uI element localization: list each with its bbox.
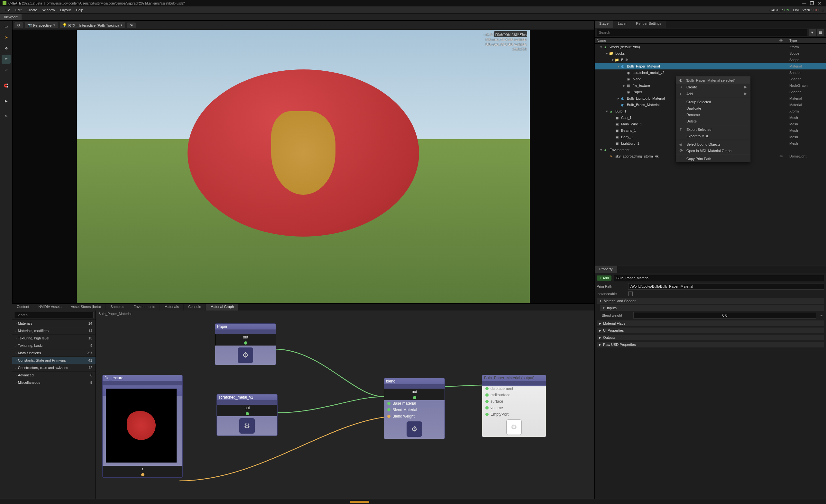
tree-row[interactable]: ▾◐Bulb_Paper_MaterialMaterial	[595, 63, 826, 69]
brush-tool[interactable]: ✎	[2, 112, 11, 121]
close-button[interactable]: ✕	[816, 1, 823, 6]
port-surface[interactable]: surface	[482, 398, 546, 405]
tab-content[interactable]: Content	[12, 304, 34, 311]
section-material-shader[interactable]: ▼Material and Shader	[597, 298, 824, 304]
menu-window[interactable]: Window	[40, 8, 58, 12]
node-blend[interactable]: blend out Base material Blend Material B…	[384, 378, 445, 439]
tree-row[interactable]: ▾📁BulbScope	[595, 57, 826, 63]
matlib-item[interactable]: ›Constructors, c…s and swizzles42	[12, 364, 96, 372]
viewport-settings-button[interactable]: ⚙	[14, 22, 23, 28]
ctxmenu-item[interactable]: ⊕Create▶	[676, 83, 750, 90]
menu-layout[interactable]: Layout	[58, 8, 73, 12]
stage-filter-button[interactable]: ▼	[809, 29, 816, 36]
instanceable-checkbox[interactable]	[628, 292, 633, 296]
tab-samples[interactable]: Samples	[106, 304, 129, 311]
minimize-button[interactable]: —	[800, 1, 808, 6]
matlib-item[interactable]: ›Materials, modifiers14	[12, 327, 96, 335]
camera-dropdown[interactable]: 📷 Perspective ▼	[25, 22, 58, 28]
port-out[interactable]: out	[217, 405, 277, 416]
tree-row[interactable]: ◉scratched_metal_v2Shader	[595, 69, 826, 76]
matlib-item[interactable]: ›Texturing, basic9	[12, 342, 96, 350]
gear-icon[interactable]: ⚙	[238, 348, 253, 363]
ctxmenu-item[interactable]: Duplicate	[676, 105, 750, 112]
tab-environments[interactable]: Environments	[129, 304, 160, 311]
tab-console[interactable]: Console	[184, 304, 205, 311]
port-base-material[interactable]: Base material	[384, 400, 445, 406]
renderer-dropdown[interactable]: 💡 RTX – Interactive (Path Tracing) ▼	[60, 22, 125, 28]
scale-tool[interactable]: ⤢	[2, 66, 11, 75]
ctxmenu-item[interactable]: ◎Select Bound Objects	[676, 141, 750, 147]
maximize-button[interactable]: ❐	[808, 1, 816, 6]
menu-help[interactable]: Help	[73, 8, 86, 12]
material-graph-canvas[interactable]: Bulb_Paper_Material Paper out ⚙ file_te	[96, 311, 594, 499]
node-paper[interactable]: Paper out ⚙	[215, 323, 276, 365]
matlib-search-input[interactable]	[14, 312, 94, 318]
matlib-item[interactable]: ›Texturing, high level13	[12, 335, 96, 342]
visibility-toggle[interactable]: 👁	[127, 22, 136, 28]
add-button[interactable]: +Add	[597, 275, 611, 280]
timeline-marker[interactable]	[350, 501, 369, 503]
port-empty[interactable]: EmptyPort	[482, 411, 546, 418]
tab-materials[interactable]: Materials	[160, 304, 183, 311]
viewport-3d[interactable]: ≡Root Layer▼ : 42.67, Frame time: 23.43 …	[77, 30, 530, 303]
livesync-status[interactable]: LIVE SYNC: OFF ☰	[793, 8, 824, 12]
play-tool[interactable]: ▶	[2, 97, 11, 106]
select-tool[interactable]: ▭	[2, 22, 11, 31]
port-blend-weight[interactable]: Blend weight	[384, 413, 445, 420]
tab-viewport[interactable]: Viewport	[0, 14, 21, 20]
tab-layer[interactable]: Layer	[613, 20, 632, 27]
ctxmenu-item[interactable]: Group Selected	[676, 99, 750, 105]
port-out[interactable]: out	[215, 334, 276, 345]
tab-asset-stores[interactable]: Asset Stores (beta)	[66, 304, 106, 311]
section-outputs[interactable]: ▶Outputs	[597, 335, 824, 340]
context-menu[interactable]: ◐(Bulb_Paper_Material selected) ⊕Create▶…	[676, 76, 751, 162]
ctxmenu-item[interactable]: Copy Prim Path	[676, 155, 750, 162]
graph-breadcrumb[interactable]: Bulb_Paper_Material	[99, 312, 131, 316]
node-file-texture[interactable]: file_texture r	[102, 375, 183, 478]
section-raw-usd[interactable]: ▶Raw USD Properties	[597, 342, 824, 348]
ctxmenu-item[interactable]: Rename	[676, 112, 750, 118]
ctxmenu-item[interactable]: +Add▶	[676, 90, 750, 97]
matlib-item[interactable]: ›Miscellaneous5	[12, 379, 96, 386]
gear-icon[interactable]: ⚙	[407, 421, 422, 437]
blend-weight-field[interactable]: 0.0	[633, 312, 816, 319]
matlib-item[interactable]: ›Materials14	[12, 320, 96, 327]
rotate-tool[interactable]: ⟳	[2, 55, 11, 64]
tab-stage[interactable]: Stage	[595, 20, 613, 27]
node-output[interactable]: Bulb_Paper_Material (output) displacemen…	[482, 375, 546, 437]
blend-weight-slider[interactable]: ≡	[819, 313, 824, 317]
tree-row[interactable]: ▾▲World (defaultPrim)Xform	[595, 44, 826, 50]
tab-property[interactable]: Property	[595, 266, 617, 273]
menu-file[interactable]: File	[2, 8, 13, 12]
matlib-item[interactable]: ›Constants, State and Primvars41	[12, 357, 96, 364]
node-scratched-metal[interactable]: scratched_metal_v2 out ⚙	[217, 394, 278, 436]
section-material-flags[interactable]: ▶Material Flags	[597, 320, 824, 326]
port-mdl-surface[interactable]: mdl:surface	[482, 392, 546, 398]
menu-create[interactable]: Create	[24, 8, 40, 12]
arrow-tool[interactable]: ➤	[2, 33, 11, 42]
stage-search-input[interactable]	[597, 29, 807, 36]
port-out[interactable]: out	[384, 389, 445, 400]
ctxmenu-item[interactable]: ⇪Export Selected	[676, 126, 750, 133]
ctxmenu-item[interactable]: ⦿Open in MDL Material Graph	[676, 147, 750, 154]
port-displacement[interactable]: displacement	[482, 385, 546, 392]
tab-material-graph[interactable]: Material Graph	[206, 304, 238, 311]
stage-options-button[interactable]: ☰	[817, 29, 824, 36]
tab-nvidia-assets[interactable]: NVIDIA Assets	[34, 304, 66, 311]
snap-tool[interactable]: 🧲	[2, 81, 11, 90]
section-ui-properties[interactable]: ▶UI Properties	[597, 327, 824, 333]
section-inputs[interactable]: ▼Inputs	[600, 305, 824, 311]
primpath-field[interactable]: /World/Looks/Bulb/Bulb_Paper_Material	[628, 283, 824, 290]
menu-edit[interactable]: Edit	[13, 8, 24, 12]
move-tool[interactable]: ✥	[2, 44, 11, 53]
matlib-item[interactable]: ›Advanced6	[12, 372, 96, 379]
tree-row[interactable]: ▾📁LooksScope	[595, 50, 826, 57]
matlib-item[interactable]: ›Math functions257	[12, 350, 96, 357]
ctxmenu-item[interactable]: Export to MDL	[676, 133, 750, 139]
port-r[interactable]: r	[103, 466, 182, 477]
ctxmenu-item[interactable]: Delete	[676, 118, 750, 124]
tab-render-settings[interactable]: Render Settings	[632, 20, 666, 27]
port-blend-material[interactable]: Blend Material	[384, 406, 445, 413]
material-preview-icon[interactable]: ⚙	[506, 420, 522, 435]
port-volume[interactable]: volume	[482, 405, 546, 411]
